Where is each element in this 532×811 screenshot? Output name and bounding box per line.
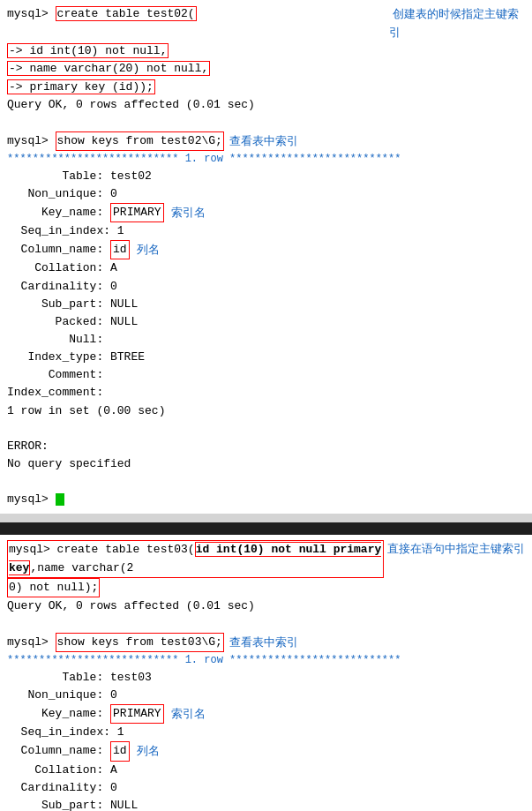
field-cardinality-1: Cardinality: 0 xyxy=(7,278,525,296)
terminal-cursor xyxy=(56,493,64,506)
field-keyname-2: Key_name: PRIMARY 索引名 xyxy=(7,704,525,724)
field-packed-1: Packed: NULL xyxy=(7,313,525,331)
field-null-1: Null: xyxy=(7,331,525,349)
field-keyname-1: Key_name: PRIMARY 索引名 xyxy=(7,203,525,222)
annotation-col-name-1: 列名 xyxy=(137,241,160,259)
section-1: mysql> create table test02( 创建表的时候指定主键索引… xyxy=(0,0,532,514)
stars-row-2: *************************** 1. row *****… xyxy=(7,652,525,669)
annotation-inline: 直接在语句中指定主键索引 xyxy=(387,540,525,558)
annotation-show-keys-2: 查看表中索引 xyxy=(229,634,298,651)
prompt-cursor-row: mysql> xyxy=(7,491,525,508)
field-nonunique-2: Non_unique: 0 xyxy=(7,687,525,704)
rowset-1: 1 row in set (0.00 sec) xyxy=(7,402,525,420)
field-collation-1: Collation: A xyxy=(7,259,525,277)
field-subpart-1: Sub_part: NULL xyxy=(7,296,525,313)
terminal: mysql> create table test02( 创建表的时候指定主键索引… xyxy=(0,0,532,811)
scrollbar-area[interactable] xyxy=(0,514,532,522)
create-table-03-row: mysql> create table test03(id int(10) no… xyxy=(7,540,525,577)
field-seqinindex-1: Seq_in_index: 1 xyxy=(7,222,525,240)
field-subpart-2: Sub_part: NULL xyxy=(7,797,525,811)
field-comment-1: Comment: xyxy=(7,366,525,384)
section-2: mysql> create table test03(id int(10) no… xyxy=(0,535,532,811)
continuation-id: -> id int(10) not null, xyxy=(7,42,525,60)
field-indexcomment-1: Index_comment: xyxy=(7,384,525,402)
show-keys-cmd-1: show keys from test02\G; xyxy=(56,131,224,151)
query-ok-2: Query OK, 0 rows affected (0.01 sec) xyxy=(7,597,525,615)
field-indextype-1: Index_type: BTREE xyxy=(7,349,525,366)
field-seqinindex-2: Seq_in_index: 1 xyxy=(7,724,525,741)
field-collation-2: Collation: A xyxy=(7,762,525,779)
annotation-show-keys-1: 查看表中索引 xyxy=(229,132,298,150)
continuation-name: -> name varchar(20) not null, xyxy=(7,60,525,78)
mysql-prompt-2: mysql> xyxy=(7,132,56,150)
annotation-create-1: 创建表的时候指定主键索引 xyxy=(389,7,519,39)
mysql-prompt-1: mysql> xyxy=(7,7,56,20)
create-table-cmd-1: create table test02( xyxy=(56,6,197,21)
field-colname-1: Column_name: id 列名 xyxy=(7,240,525,259)
annotation-col-name-2: 列名 xyxy=(137,742,160,760)
annotation-index-name-2: 索引名 xyxy=(171,705,206,723)
annotation-index-name-1: 索引名 xyxy=(171,204,206,222)
error-msg: No query specified xyxy=(7,455,525,473)
continuation-pk: -> primary key (id)); xyxy=(7,79,525,96)
field-table-1: Table: test02 xyxy=(7,168,525,185)
stars-row-1: *************************** 1. row *****… xyxy=(7,151,525,168)
continuation-03: 0) not null); xyxy=(7,578,100,597)
field-cardinality-2: Cardinality: 0 xyxy=(7,779,525,797)
field-nonunique-1: Non_unique: 0 xyxy=(7,185,525,203)
query-ok-1: Query OK, 0 rows affected (0.01 sec) xyxy=(7,96,525,114)
error-label: ERROR: xyxy=(7,438,525,455)
field-table-2: Table: test03 xyxy=(7,669,525,687)
show-keys-03-row: mysql> show keys from test03\G; 查看表中索引 xyxy=(7,633,525,652)
section-divider xyxy=(0,522,532,535)
field-colname-2: Column_name: id 列名 xyxy=(7,741,525,761)
